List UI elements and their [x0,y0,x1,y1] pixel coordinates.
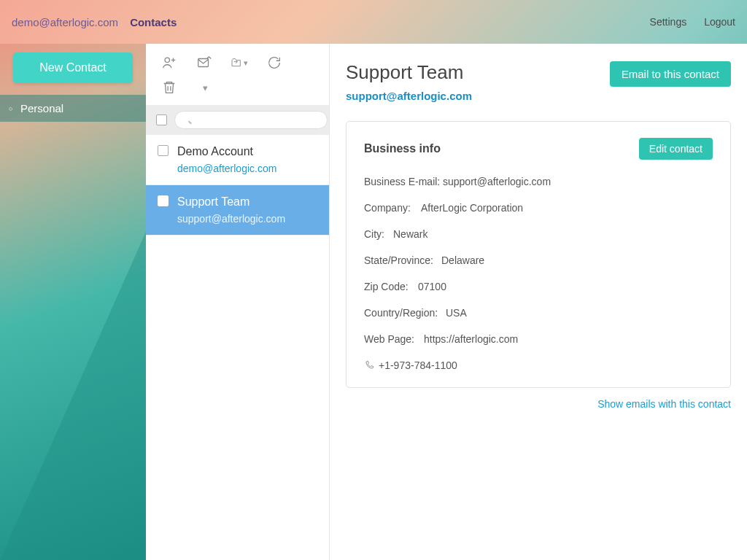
compose-icon[interactable] [196,54,213,71]
logout-link[interactable]: Logout [704,16,735,28]
more-icon[interactable]: ▾ [196,79,213,96]
show-emails-link[interactable]: Show emails with this contact [346,398,731,410]
refresh-icon[interactable] [266,54,283,71]
account-email[interactable]: demo@afterlogic.com [12,16,118,28]
svg-point-0 [165,58,169,62]
field-phone: +1-973-784-1100 [364,359,713,371]
business-info-card: Business info Edit contact Business E-ma… [346,121,731,388]
edit-contact-button[interactable]: Edit contact [639,138,713,160]
new-contact-button[interactable]: New Contact [13,52,133,83]
field-business-email: Business E-mail: support@afterlogic.com [364,176,713,187]
tab-contacts[interactable]: Contacts [130,16,177,28]
sidebar-item-personal[interactable]: Personal [0,95,146,122]
svg-rect-1 [198,59,209,67]
field-company: Company: AfterLogic Corporation [364,202,713,214]
field-state: State/Province: Delaware [364,254,713,266]
contact-detail-panel: Support Team Email to this contact suppo… [330,44,747,560]
contact-list-panel: ▾ ▾ Demo Account demo@afterlogic.com Sup… [146,44,330,560]
contact-item-demo-account[interactable]: Demo Account demo@afterlogic.com [146,135,329,185]
app-header: demo@afterlogic.com Contacts Settings Lo… [0,0,747,44]
field-city: City: Newark [364,228,713,240]
field-web: Web Page: https://afterlogic.com [364,333,713,345]
phone-value: +1-973-784-1100 [379,359,457,371]
email-contact-button[interactable]: Email to this contact [610,61,731,87]
contact-checkbox[interactable] [158,145,169,156]
contact-name: Support Team [177,195,285,209]
contact-email: demo@afterlogic.com [177,163,276,174]
contact-name: Demo Account [177,145,276,158]
sidebar-item-label: Personal [20,102,63,114]
contact-detail-title: Support Team [346,61,463,84]
phone-icon [364,360,374,370]
info-card-title: Business info [364,142,441,155]
toolbar: ▾ [146,44,329,79]
search-row [146,105,329,135]
contact-item-support-team[interactable]: Support Team support@afterlogic.com [146,185,329,236]
search-icon [174,111,328,129]
contact-checkbox[interactable] [158,195,169,206]
add-contact-icon[interactable] [160,54,178,71]
contact-email: support@afterlogic.com [177,213,285,225]
sidebar: New Contact Personal [0,44,146,122]
select-all-checkbox[interactable] [156,114,167,125]
field-country: Country/Region: USA [364,307,713,319]
settings-link[interactable]: Settings [650,16,687,28]
delete-icon[interactable] [160,79,178,96]
move-icon[interactable]: ▾ [231,54,248,71]
contact-detail-email[interactable]: support@afterlogic.com [346,90,472,102]
search-input[interactable] [174,111,328,129]
field-zip: Zip Code: 07100 [364,281,713,292]
